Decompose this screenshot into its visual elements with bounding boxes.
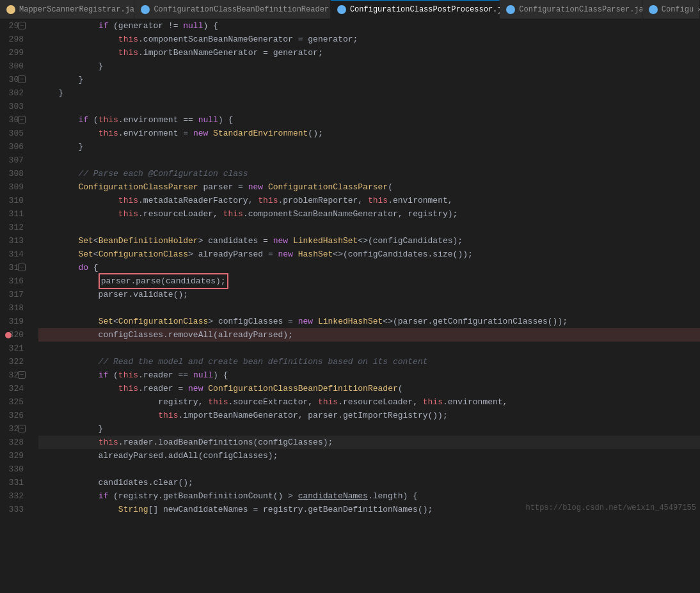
tab-config-post-processor[interactable]: ConfigurationClassPostProcessor.java ✕ <box>331 0 500 19</box>
tab-label: ConfigurationClassParser.java <box>519 5 653 14</box>
code-line-323: if (this.reader == null) { <box>38 368 700 382</box>
gutter-line-320: 320 <box>0 328 29 342</box>
code-line-317: parser.validate(); <box>38 288 700 301</box>
fold-icon-304[interactable]: − <box>18 116 26 123</box>
gutter-line-325: 325 <box>0 395 29 409</box>
gutter-line-333: 333 <box>0 503 29 516</box>
red-box-highlight: parser.parse(candidates); <box>99 273 228 289</box>
code-line-304: if (this.environment == null) { <box>38 113 700 127</box>
code-line-330 <box>38 463 700 476</box>
gutter-line-307: 307 <box>0 154 29 167</box>
gutter-line-309: 309 <box>0 180 29 194</box>
gutter-line-318: 318 <box>0 301 29 315</box>
code-line-308: // Parse each @Configuration class <box>38 167 700 180</box>
code-line-314: Set<ConfigurationClass> alreadyParsed = … <box>38 248 700 261</box>
gutter-line-313: 313 <box>0 234 29 248</box>
gutter-line-321: 321 <box>0 342 29 355</box>
code-line-329: alreadyParsed.addAll(configClasses); <box>38 449 700 463</box>
gutter-line-331: 331 <box>0 476 29 489</box>
code-line-310: this.metadataReaderFactory, this.problem… <box>38 194 700 207</box>
gutter-line-300: 300 <box>0 59 29 73</box>
gutter-line-327: − 327 <box>0 422 29 436</box>
code-line-327: } <box>38 422 700 436</box>
code-line-303 <box>38 100 700 113</box>
code-line-321 <box>38 342 700 355</box>
gutter-line-298: 298 <box>0 33 29 46</box>
gutter-line-324: 324 <box>0 382 29 395</box>
code-line-312 <box>38 221 700 234</box>
fold-icon-327[interactable]: − <box>18 425 26 432</box>
gutter-line-299: 299 <box>0 46 29 59</box>
code-line-300: } <box>38 59 700 73</box>
tab-label: ConfigurationClassPostProcessor.java <box>350 5 516 14</box>
gutter-line-310: 310 <box>0 194 29 207</box>
code-line-322: // Read the model and create bean defini… <box>38 355 700 368</box>
gutter-line-332: 332 <box>0 489 29 503</box>
code-line-306: } <box>38 140 700 154</box>
gutter-line-301: − 301 <box>0 73 29 86</box>
code-line-315: do { <box>38 261 700 274</box>
code-line-331: candidates.clear(); <box>38 476 700 489</box>
gutter-line-306: 306 <box>0 140 29 154</box>
gutter-line-308: 308 <box>0 167 29 180</box>
code-content[interactable]: if (generator != null) { this.componentS… <box>35 19 700 516</box>
fold-icon-297[interactable]: − <box>18 22 26 29</box>
gutter-line-315: − 315 <box>0 261 29 274</box>
tab-mapper-scanner[interactable]: MapperScannerRegistrar.java ✕ <box>0 0 134 19</box>
gutter-line-328: 328 <box>0 436 29 449</box>
code-line-301: } <box>38 73 700 86</box>
fold-icon-323[interactable]: − <box>18 371 26 379</box>
close-icon[interactable]: ✕ <box>697 5 700 13</box>
breakpoint-320[interactable] <box>5 332 12 338</box>
gutter-line-303: 303 <box>0 100 29 113</box>
gutter-line-302: 302 <box>0 86 29 100</box>
code-line-298: this.componentScanBeanNameGenerator = ge… <box>38 33 700 46</box>
gutter-line-330: 330 <box>0 463 29 476</box>
tab-label: Configu <box>662 5 694 14</box>
tab-config-bean-def-reader[interactable]: ConfigurationClassBeanDefinitionReader.j… <box>134 0 330 19</box>
code-line-307 <box>38 154 700 167</box>
code-line-309: ConfigurationClassParser parser = new Co… <box>38 180 700 194</box>
gutter-line-311: 311 <box>0 207 29 221</box>
code-line-318 <box>38 301 700 315</box>
code-line-311: this.resourceLoader, this.componentScanB… <box>38 207 700 221</box>
gutter-line-316: 316 <box>0 274 29 288</box>
code-line-319: Set<ConfigurationClass> configClasses = … <box>38 315 700 328</box>
code-line-324: this.reader = new ConfigurationClassBean… <box>38 382 700 395</box>
tab-config-parser[interactable]: ConfigurationClassParser.java ✕ <box>500 0 642 19</box>
tab-label: ConfigurationClassBeanDefinitionReader.j… <box>154 5 352 14</box>
editor-body: − 297 298 299 300 − 301 302 303 − 304 30… <box>0 19 700 516</box>
code-line-302: } <box>38 86 700 100</box>
watermark: https://blog.csdn.net/weixin_45497155 <box>522 500 700 516</box>
tab-configu[interactable]: Configu ✕ <box>642 0 700 19</box>
fold-icon-301[interactable]: − <box>18 75 26 83</box>
code-line-316: parser.parse(candidates); <box>38 274 700 288</box>
tab-bar: MapperScannerRegistrar.java ✕ Configurat… <box>0 0 700 19</box>
gutter-line-322: 322 <box>0 355 29 368</box>
tab-label: MapperScannerRegistrar.java <box>19 5 143 14</box>
gutter-line-329: 329 <box>0 449 29 463</box>
gutter-line-297: − 297 <box>0 19 29 33</box>
code-line-326: this.importBeanNameGenerator, parser.get… <box>38 409 700 422</box>
code-line-297: if (generator != null) { <box>38 19 700 33</box>
gutter-line-312: 312 <box>0 221 29 234</box>
code-line-328: this.reader.loadBeanDefinitions(configCl… <box>38 436 700 449</box>
code-line-299: this.importBeanNameGenerator = generator… <box>38 46 700 59</box>
line-number-gutter: − 297 298 299 300 − 301 302 303 − 304 30… <box>0 19 35 516</box>
gutter-line-317: 317 <box>0 288 29 301</box>
gutter-line-304: − 304 <box>0 113 29 127</box>
code-line-325: registry, this.sourceExtractor, this.res… <box>38 395 700 409</box>
editor-container: MapperScannerRegistrar.java ✕ Configurat… <box>0 0 700 516</box>
gutter-line-319: 319 <box>0 315 29 328</box>
code-line-305: this.environment = new StandardEnvironme… <box>38 127 700 140</box>
fold-icon-315[interactable]: − <box>18 264 26 271</box>
gutter-line-305: 305 <box>0 127 29 140</box>
gutter-line-314: 314 <box>0 248 29 261</box>
code-line-320: configClasses.removeAll(alreadyParsed); <box>38 328 700 342</box>
code-line-313: Set<BeanDefinitionHolder> candidates = n… <box>38 234 700 248</box>
gutter-line-323: − 323 <box>0 368 29 382</box>
gutter-line-326: 326 <box>0 409 29 422</box>
